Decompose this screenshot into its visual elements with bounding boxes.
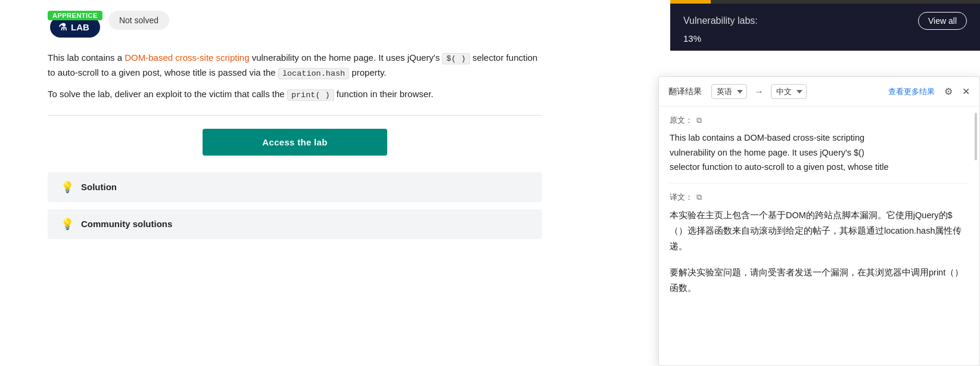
solve-text: To solve the lab, deliver an exploit to … xyxy=(48,89,287,99)
progress-bar-fill xyxy=(670,0,711,4)
left-panel: APPRENTICE ⚗ LAB Not solved This lab con… xyxy=(0,0,590,366)
selector-code: $( ) xyxy=(442,53,469,64)
desc-part4: property. xyxy=(349,67,386,77)
solution-label: Solution xyxy=(81,182,117,192)
scrollbar-indicator[interactable] xyxy=(975,113,977,160)
arrow-icon: → xyxy=(754,86,764,97)
desc-part1: This lab contains a xyxy=(48,52,125,63)
translation-title: 翻译结果 xyxy=(668,86,702,97)
gear-icon[interactable]: ⚙ xyxy=(944,86,953,97)
print-code: print( ) xyxy=(287,89,334,101)
vulnerability-card: Vulnerability labs: View all 13% xyxy=(670,0,980,51)
xss-link[interactable]: DOM-based cross-site scripting xyxy=(125,52,249,63)
copy-original-icon[interactable]: ⧉ xyxy=(696,116,702,125)
translated-text-1: 本实验在主页上包含一个基于DOM的跨站点脚本漏洞。它使用jQuery的$（）选择… xyxy=(670,207,969,254)
lab-label: LAB xyxy=(71,22,89,32)
translation-panel: 翻译结果 英语 → 中文 查看更多结果 ⚙ ✕ 原文： ⧉ This lab c… xyxy=(658,76,980,366)
solution-lightbulb-icon: 💡 xyxy=(61,181,74,194)
divider xyxy=(48,115,542,116)
access-lab-button[interactable]: Access the lab xyxy=(203,129,387,156)
translation-divider xyxy=(670,183,969,184)
translated-label: 译文： ⧉ xyxy=(670,192,969,203)
orig-line2: vulnerability on the home page. It uses … xyxy=(670,148,864,157)
source-language-select[interactable]: 英语 xyxy=(711,84,747,99)
desc-part2: vulnerability on the home page. It uses … xyxy=(249,52,442,63)
original-label-text: 原文： xyxy=(670,115,693,126)
translated-text-3: 要解决实验室问题，请向受害者发送一个漏洞，在其浏览器中调用print（）函数。 xyxy=(670,265,969,296)
badge-wrapper: APPRENTICE ⚗ LAB xyxy=(48,11,102,38)
hash-code: location.hash xyxy=(278,68,349,79)
vuln-card-body: Vulnerability labs: View all xyxy=(670,12,980,30)
original-label: 原文： ⧉ xyxy=(670,115,969,126)
progress-percent-text: 13% xyxy=(670,30,980,44)
community-lightbulb-icon: 💡 xyxy=(61,218,74,231)
description-paragraph-2: To solve the lab, deliver an exploit to … xyxy=(48,87,542,102)
target-language-select[interactable]: 中文 xyxy=(771,84,807,99)
translation-header: 翻译结果 英语 → 中文 查看更多结果 ⚙ ✕ xyxy=(659,77,979,107)
view-all-button[interactable]: View all xyxy=(918,12,967,30)
solution-section[interactable]: 💡 Solution xyxy=(48,172,542,202)
community-solutions-section[interactable]: 💡 Community solutions xyxy=(48,209,542,239)
not-solved-button[interactable]: Not solved xyxy=(108,11,169,30)
translated-label-text: 译文： xyxy=(670,192,693,203)
orig-line1: This lab contains a DOM-based cross-site… xyxy=(670,133,864,142)
close-icon[interactable]: ✕ xyxy=(962,86,970,97)
progress-bar-container xyxy=(670,0,980,4)
function-text: function in their browser. xyxy=(334,89,434,99)
copy-translated-icon[interactable]: ⧉ xyxy=(696,193,702,202)
translation-body: 原文： ⧉ This lab contains a DOM-based cros… xyxy=(659,107,979,365)
header-row: APPRENTICE ⚗ LAB Not solved xyxy=(48,11,542,38)
view-more-link[interactable]: 查看更多结果 xyxy=(888,86,935,97)
original-text: This lab contains a DOM-based cross-site… xyxy=(670,131,969,175)
orig-line3: selector function to auto-scroll to a gi… xyxy=(670,162,889,172)
apprentice-badge: APPRENTICE xyxy=(48,11,102,20)
vulnerability-labs-label: Vulnerability labs: xyxy=(683,15,758,26)
lab-flask-icon: ⚗ xyxy=(58,21,67,33)
community-solutions-label: Community solutions xyxy=(81,219,172,229)
description-paragraph-1: This lab contains a DOM-based cross-site… xyxy=(48,51,542,81)
